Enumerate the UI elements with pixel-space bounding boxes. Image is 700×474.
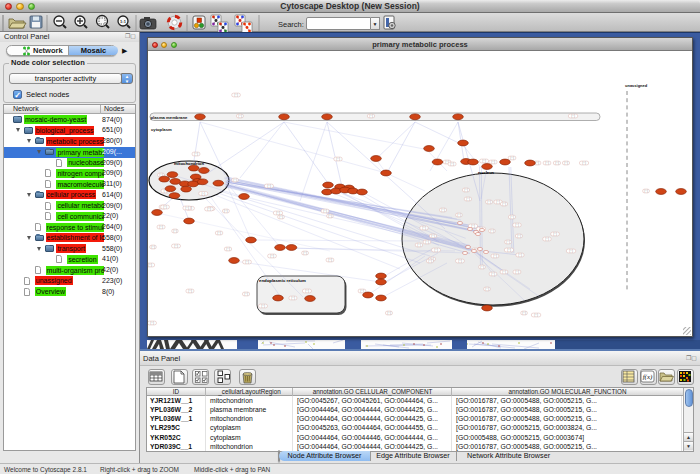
svg-text:(··): (··) <box>234 93 238 97</box>
svg-text:(··): (··) <box>482 159 486 163</box>
svg-text:(··): (··) <box>507 248 511 252</box>
svg-text:mitochondrion: mitochondrion <box>174 161 204 166</box>
svg-text:1:1: 1:1 <box>120 19 127 24</box>
svg-text:(··): (··) <box>496 200 500 204</box>
svg-text:(··): (··) <box>163 205 167 209</box>
svg-text:(··): (··) <box>506 240 510 244</box>
svg-text:(··): (··) <box>217 231 221 235</box>
svg-text:(··): (··) <box>510 215 514 219</box>
svg-text:(··): (··) <box>323 209 327 213</box>
svg-text:(··): (··) <box>159 225 163 229</box>
svg-text:(··): (··) <box>466 197 470 201</box>
svg-text:(··): (··) <box>534 313 538 317</box>
svg-text:(··): (··) <box>555 161 559 165</box>
svg-text:(··): (··) <box>428 259 432 263</box>
svg-text:(··): (··) <box>303 251 307 255</box>
svg-text:(··): (··) <box>336 157 340 161</box>
svg-text:(··): (··) <box>450 162 454 166</box>
svg-text:(··): (··) <box>150 321 154 325</box>
svg-text:(··): (··) <box>173 229 177 233</box>
svg-text:(··): (··) <box>417 243 421 247</box>
svg-text:(··): (··) <box>480 265 484 269</box>
svg-text:(··): (··) <box>360 289 364 293</box>
svg-text:(··): (··) <box>493 254 497 258</box>
svg-text:(··): (··) <box>267 184 271 188</box>
svg-text:(··): (··) <box>261 304 265 308</box>
svg-text:(··): (··) <box>224 209 228 213</box>
svg-text:cytoplasm: cytoplasm <box>151 127 172 132</box>
svg-text:nucleus: nucleus <box>478 170 495 175</box>
svg-text:(··): (··) <box>207 207 211 211</box>
svg-text:(··): (··) <box>502 270 506 274</box>
svg-text:endoplasmic reticulum: endoplasmic reticulum <box>259 278 306 283</box>
svg-text:(··): (··) <box>510 156 514 160</box>
svg-text:(··): (··) <box>291 296 295 300</box>
svg-text:(··): (··) <box>457 213 461 217</box>
svg-text:(··): (··) <box>564 161 568 165</box>
svg-text:(··): (··) <box>369 114 373 118</box>
svg-text:(··): (··) <box>185 206 189 210</box>
svg-text:(··): (··) <box>148 263 152 267</box>
svg-text:(··): (··) <box>238 114 242 118</box>
svg-text:(··): (··) <box>279 215 283 219</box>
svg-text:(··): (··) <box>515 223 519 227</box>
svg-text:(··): (··) <box>270 254 274 258</box>
svg-text:(··): (··) <box>434 248 438 252</box>
svg-text:(··): (··) <box>151 245 155 249</box>
svg-text:(··): (··) <box>491 272 495 276</box>
svg-text:(··): (··) <box>553 232 557 236</box>
svg-text:(··): (··) <box>571 114 575 118</box>
svg-text:unassigned: unassigned <box>625 83 648 88</box>
svg-text:(··): (··) <box>328 258 332 262</box>
svg-text:(··): (··) <box>328 214 332 218</box>
svg-text:(··): (··) <box>194 152 198 156</box>
svg-text:(··): (··) <box>431 234 435 238</box>
svg-text:(··): (··) <box>174 244 178 248</box>
svg-text:(··): (··) <box>464 188 468 192</box>
svg-text:(··): (··) <box>515 270 519 274</box>
svg-text:(··): (··) <box>441 208 445 212</box>
svg-text:plasma membrane: plasma membrane <box>151 115 188 120</box>
svg-text:(··): (··) <box>244 292 248 296</box>
svg-text:(··): (··) <box>518 253 522 257</box>
svg-text:(··): (··) <box>485 287 489 291</box>
svg-text:(··): (··) <box>471 224 475 228</box>
svg-text:(··): (··) <box>491 160 495 164</box>
svg-text:(··): (··) <box>233 178 237 182</box>
svg-text:(··): (··) <box>569 249 573 253</box>
svg-text:(··): (··) <box>487 200 491 204</box>
svg-text:(··): (··) <box>276 211 280 215</box>
svg-text:(··): (··) <box>188 289 192 293</box>
svg-text:(··): (··) <box>502 202 506 206</box>
svg-text:(··): (··) <box>535 161 539 165</box>
svg-text:(··): (··) <box>545 161 549 165</box>
svg-text:(··): (··) <box>226 247 230 251</box>
svg-text:(··): (··) <box>517 234 521 238</box>
svg-text:(··): (··) <box>202 192 206 196</box>
svg-text:(··): (··) <box>422 226 426 230</box>
svg-text:(··): (··) <box>305 289 309 293</box>
svg-text:(··): (··) <box>490 229 494 233</box>
svg-text:(··): (··) <box>458 259 462 263</box>
svg-text:(··): (··) <box>425 240 429 244</box>
svg-text:(··): (··) <box>582 161 586 165</box>
svg-text:(··): (··) <box>522 311 526 315</box>
svg-text:(··): (··) <box>545 237 549 241</box>
svg-text:(··): (··) <box>644 189 648 193</box>
svg-text:(··): (··) <box>245 260 249 264</box>
svg-text:(··): (··) <box>387 311 391 315</box>
